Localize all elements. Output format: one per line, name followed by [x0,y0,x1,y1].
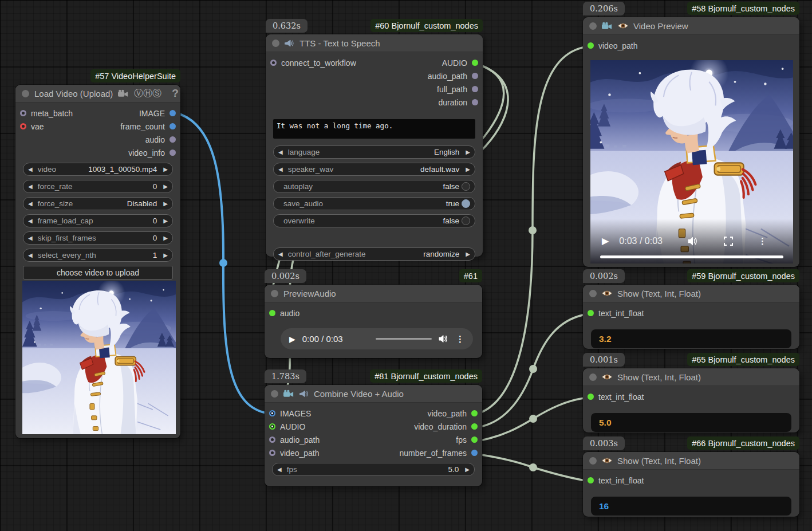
slot-dot[interactable] [270,60,277,66]
reroute-dot[interactable] [529,463,537,471]
slot-dot[interactable] [472,60,478,66]
play-icon[interactable]: ▶ [289,335,295,344]
output-slot-audio-path[interactable]: audio_path [428,72,478,81]
slot-dot[interactable] [471,423,478,430]
output-slot-fps[interactable]: fps [456,435,478,445]
volume-icon[interactable] [688,237,699,246]
input-slot-audio-path[interactable]: audio_path [269,435,320,445]
left-arrow-icon[interactable]: ◀ [28,235,33,241]
audio-player[interactable]: ▶ 0:00 / 0:03 ⋮ [281,328,473,349]
input-slot-video-path[interactable]: video_path [588,41,638,50]
slot-dot[interactable] [472,86,478,92]
node-video-preview[interactable]: 0.206s #58 Bjornulf_custom_nodes Video P… [583,17,799,267]
input-slot-text-int-float[interactable]: text_int_float [588,309,644,318]
node-show-65[interactable]: 0.001s #65 Bjornulf_custom_nodes Show (T… [583,368,799,432]
node-combine-video-audio[interactable]: 1.783s #81 Bjornulf_custom_nodes Combine… [265,385,482,486]
input-slot-text-int-float[interactable]: text_int_float [588,392,644,402]
choose-video-button[interactable]: choose video to upload [23,266,173,280]
slot-dot[interactable] [472,73,478,79]
widget-overwrite[interactable]: overwritefalse [273,214,475,227]
input-slot-connect-to-workflow[interactable]: connect_to_workflow [270,58,356,68]
reroute-dot[interactable] [529,226,537,234]
slot-dot[interactable] [170,110,176,116]
slot-dot[interactable] [170,136,176,143]
widget-video[interactable]: ◀video1003_1_00050.mp4▶ [23,163,173,176]
right-arrow-icon[interactable]: ▶ [163,167,168,172]
video-progress-bar[interactable] [600,255,783,258]
slot-dot[interactable] [20,123,26,129]
widget-force-rate[interactable]: ◀force_rate0▶ [23,180,173,193]
slot-dot[interactable] [471,410,478,416]
slot-dot[interactable] [170,150,176,156]
help-icon[interactable]: ? [172,87,179,100]
left-arrow-icon[interactable]: ◀ [278,251,283,257]
reroute-dot[interactable] [219,259,227,267]
right-arrow-icon[interactable]: ▶ [163,184,168,190]
slot-dot[interactable] [269,410,275,416]
fullscreen-icon[interactable] [724,237,733,246]
output-slot-video-path[interactable]: video_path [427,409,478,418]
input-slot-images[interactable]: IMAGES [269,409,311,418]
widget-select-every-nth[interactable]: ◀select_every_nth1▶ [23,249,173,262]
node-tts[interactable]: 0.632s #60 Bjornulf_custom_nodes TTS - T… [266,34,483,257]
right-arrow-icon[interactable]: ▶ [163,201,168,207]
reroute-dot[interactable] [529,365,537,373]
node-show-66[interactable]: 0.003s #66 Bjornulf_custom_nodes Show (T… [583,452,799,517]
node-header[interactable]: Load Video (Upload) ⓋⒽⓈ ? [15,85,180,103]
widget-frame-load-cap[interactable]: ◀frame_load_cap0▶ [23,214,173,227]
tts-text-input[interactable]: It was not a long time ago. [273,119,475,139]
slot-dot[interactable] [588,42,594,49]
slot-dot[interactable] [471,450,478,456]
left-arrow-icon[interactable]: ◀ [28,253,33,258]
right-arrow-icon[interactable]: ▶ [163,253,168,258]
input-slot-video-path[interactable]: video_path [269,449,320,458]
input-slot-vae[interactable]: vae [20,122,44,131]
left-arrow-icon[interactable]: ◀ [277,467,282,473]
right-arrow-icon[interactable]: ▶ [466,150,470,155]
kebab-menu-icon[interactable]: ⋮ [456,334,464,344]
widget-force-size[interactable]: ◀force_sizeDisabled▶ [23,197,173,210]
slot-dot[interactable] [269,436,275,443]
video-player[interactable]: ▶ 0:03 / 0:03 ⋮ [590,60,793,263]
slot-dot[interactable] [269,423,275,430]
slot-dot[interactable] [170,123,176,129]
left-arrow-icon[interactable]: ◀ [278,167,283,172]
node-header[interactable]: Combine Video + Audio [265,385,482,403]
node-header[interactable]: Video Preview [583,17,799,35]
node-header[interactable]: Show (Text, Int, Float) [583,285,799,302]
node-preview-audio[interactable]: 0.002s #61 PreviewAudio audio ▶ 0:00 / 0… [265,285,482,358]
widget-skip-first-frames[interactable]: ◀skip_first_frames0▶ [23,231,173,245]
output-slot-video-info[interactable]: video_info [128,148,176,158]
right-arrow-icon[interactable]: ▶ [163,235,168,241]
node-header[interactable]: TTS - Text to Speech [266,34,483,52]
right-arrow-icon[interactable]: ▶ [466,251,470,257]
toggle-icon[interactable] [462,217,470,225]
slot-dot[interactable] [588,477,594,483]
slot-dot[interactable] [588,310,594,316]
left-arrow-icon[interactable]: ◀ [28,218,33,224]
left-arrow-icon[interactable]: ◀ [28,184,33,190]
node-header[interactable]: Show (Text, Int, Float) [583,452,799,470]
left-arrow-icon[interactable]: ◀ [28,167,33,172]
node-show-59[interactable]: 0.002s #59 Bjornulf_custom_nodes Show (T… [583,285,799,349]
input-slot-audio[interactable]: AUDIO [269,422,305,431]
node-header[interactable]: Show (Text, Int, Float) [583,368,799,386]
slot-dot[interactable] [471,436,478,443]
left-arrow-icon[interactable]: ◀ [28,201,33,207]
toggle-icon[interactable] [462,182,470,191]
widget-control-after-generate[interactable]: ◀control_after_generaterandomize▶ [273,247,475,261]
widget-autoplay[interactable]: autoplayfalse [273,180,475,193]
reroute-dot[interactable] [529,415,537,423]
right-arrow-icon[interactable]: ▶ [466,167,470,172]
toggle-icon[interactable] [462,199,470,208]
output-slot-audio[interactable]: AUDIO [442,58,478,68]
audio-progress-bar[interactable] [376,338,432,340]
slot-dot[interactable] [20,110,26,116]
output-slot-video-duration[interactable]: video_duration [414,422,478,431]
widget-language[interactable]: ◀languageEnglish▶ [273,145,475,159]
node-header[interactable]: PreviewAudio [265,285,482,302]
play-icon[interactable]: ▶ [602,235,609,246]
right-arrow-icon[interactable]: ▶ [465,467,470,473]
output-slot-image[interactable]: IMAGE [139,109,176,118]
slot-dot[interactable] [269,450,275,456]
